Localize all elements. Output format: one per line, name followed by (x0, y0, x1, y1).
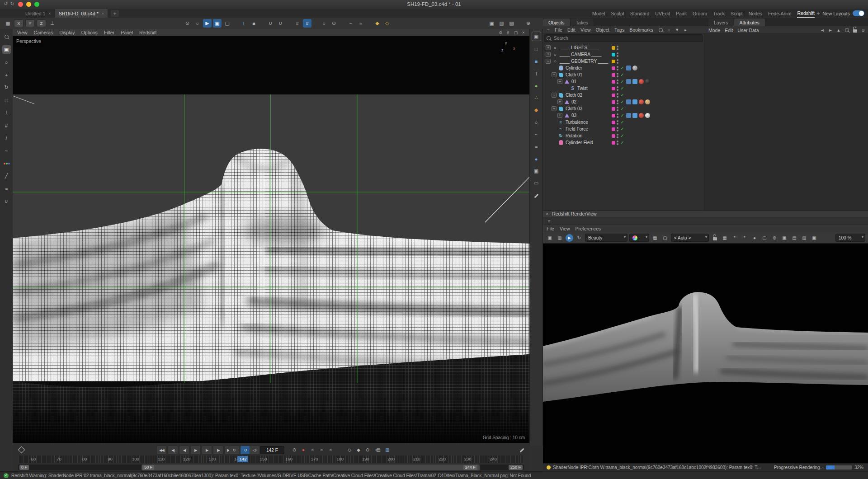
document-tab-active[interactable]: SH19-FD_03.c4d * × (55, 9, 108, 18)
viewport-grid-icon[interactable]: # (505, 29, 511, 36)
visibility-dots-icon[interactable] (617, 52, 618, 57)
simulation-stage-icon[interactable]: ▣ (213, 19, 222, 28)
snap-settings-icon[interactable]: ∪ (276, 19, 285, 28)
enabled-check-icon[interactable]: ✓ (620, 99, 625, 104)
om-search-icon[interactable] (658, 27, 664, 33)
om-menu-object[interactable]: Object (596, 27, 609, 33)
visibility-dots-icon[interactable] (617, 120, 618, 125)
layout-tab-fede-anim[interactable]: Fede-Anim (768, 9, 791, 18)
scale-tool-icon[interactable]: □ (2, 96, 11, 104)
tab-objects[interactable]: Objects (543, 19, 571, 26)
capsule-icon[interactable]: ▢ (223, 19, 231, 28)
axis-tool-icon[interactable]: ⊥ (2, 108, 11, 117)
prev-frame-button[interactable]: ◀ (179, 446, 189, 455)
rs-red-tag[interactable] (639, 99, 644, 104)
tree-item-cloth-03[interactable]: −Cloth 03✓ (543, 105, 704, 112)
enabled-check-icon[interactable]: ✓ (620, 106, 625, 111)
region-render-icon[interactable]: ▢ (760, 234, 769, 242)
viewport-menu-view[interactable]: View (17, 30, 28, 35)
spline-pen-icon[interactable]: ~ (346, 19, 355, 28)
layout-tab-track[interactable]: Track (713, 9, 725, 18)
primitive-plane-icon[interactable]: □ (532, 45, 541, 53)
tree-item-twist[interactable]: STwist✓ (543, 85, 704, 92)
layout-tab-groom[interactable]: Groom (693, 9, 707, 18)
export-image-icon[interactable]: ▥ (800, 234, 808, 242)
add-layout-button[interactable]: + (816, 10, 820, 17)
play-button[interactable]: ▶ (190, 446, 201, 455)
layer-color-chip[interactable] (612, 121, 615, 124)
viewport-camera-label[interactable]: Perspective (16, 38, 41, 44)
layer-color-chip[interactable] (612, 66, 615, 70)
quantize-icon[interactable]: # (293, 19, 302, 28)
snap-magnet-icon[interactable]: ∪ (266, 19, 275, 28)
isolate-icon[interactable]: ▣ (780, 234, 788, 242)
primitive-cube-icon[interactable]: ■ (532, 57, 541, 66)
rv-menu-preferences[interactable]: Preferences (576, 226, 601, 231)
range-out-chip[interactable]: 244 F (463, 465, 477, 470)
sky-object-icon[interactable]: ● (532, 155, 541, 163)
knife-tool-icon[interactable]: ╱ (2, 172, 11, 180)
geo-tag[interactable] (632, 99, 637, 104)
next-key-button[interactable]: |▶ (213, 446, 223, 455)
lens-icon[interactable]: ○ (193, 19, 202, 28)
coordinate-system-icon[interactable]: ⊥ (48, 19, 57, 28)
tree-item-02[interactable]: +02✓ (543, 99, 704, 105)
enabled-check-icon[interactable]: ✓ (620, 140, 625, 145)
preview-range-icon[interactable]: ▥ (383, 446, 392, 454)
expand-toggle[interactable]: + (546, 52, 551, 57)
tree-item-cloth-02[interactable]: −Cloth 02✓ (543, 92, 704, 99)
layer-color-chip[interactable] (612, 141, 615, 145)
enabled-check-icon[interactable]: ✓ (620, 79, 625, 84)
object-search-field[interactable] (544, 34, 703, 42)
colorspace-dropdown[interactable] (629, 234, 649, 242)
sample-icon[interactable]: ● (750, 234, 759, 242)
renderview-canvas[interactable] (543, 244, 868, 463)
om-menu-bookmarks[interactable]: Bookmarks (629, 27, 653, 33)
visibility-dots-icon[interactable] (617, 134, 618, 138)
renderview-close-icon[interactable]: × (546, 211, 548, 216)
loop-playback-button[interactable]: ↺ (240, 446, 250, 455)
attr-menu-mode[interactable]: Mode (708, 28, 720, 33)
visibility-dots-icon[interactable] (617, 93, 618, 98)
visibility-dots-icon[interactable] (617, 59, 618, 64)
sculpt-brush-icon[interactable]: ~ (2, 146, 11, 155)
attr-lock-icon[interactable] (852, 27, 858, 33)
display-settings-icon[interactable]: ▭ (532, 179, 541, 188)
enabled-check-icon[interactable]: ✓ (620, 72, 625, 77)
text-tool-icon[interactable]: T (532, 69, 541, 78)
layer-color-chip[interactable] (612, 127, 615, 131)
visibility-dots-icon[interactable] (617, 141, 618, 145)
om-home-icon[interactable]: ⌂ (666, 27, 672, 33)
layer-color-chip[interactable] (612, 107, 615, 111)
rv-menu-file[interactable]: File (547, 226, 554, 231)
search-input[interactable] (553, 35, 700, 41)
goto-start-button[interactable]: ◀◀ (156, 446, 167, 455)
tree-item-turbulence[interactable]: ≈Turbulence✓ (543, 119, 704, 126)
tree-item-03[interactable]: +03✓ (543, 112, 704, 119)
new-layouts-toggle[interactable] (853, 10, 864, 16)
layout-tab-standard[interactable]: Standard (630, 9, 650, 18)
null-circle-icon[interactable]: ○ (320, 19, 328, 28)
target-icon[interactable]: ⊙ (330, 19, 338, 28)
document-tab-untitled[interactable]: Untitled 1 × (22, 9, 55, 18)
viewport-menu-redshift[interactable]: Redshift (139, 30, 157, 35)
spline-arc-icon[interactable]: ≈ (356, 19, 365, 28)
enabled-check-icon[interactable]: ✓ (620, 127, 625, 131)
expand-toggle[interactable]: − (552, 72, 557, 77)
layer-color-chip[interactable] (612, 134, 615, 138)
render-settings-icon[interactable]: ▤ (507, 19, 516, 28)
close-tab-icon[interactable]: × (102, 11, 104, 16)
camera-dropdown[interactable]: < Auto > (671, 234, 709, 242)
pen-tool-icon[interactable]: / (2, 134, 11, 142)
autokeying-button[interactable]: ● (299, 446, 307, 454)
om-menu-tags[interactable]: Tags (614, 27, 624, 33)
current-frame-marker[interactable]: 142 (237, 456, 248, 462)
model-pen-tool-icon[interactable]: ▣ (532, 32, 541, 41)
visibility-dots-icon[interactable] (617, 113, 618, 118)
om-menu-file[interactable]: File (555, 27, 562, 33)
lock-camera-icon[interactable] (711, 234, 719, 242)
keyframe-position-button[interactable]: ○ (308, 446, 316, 454)
pass-dropdown[interactable]: Beauty (585, 234, 627, 242)
restart-ipr-icon[interactable]: ↻ (575, 234, 583, 242)
phong-tag[interactable] (632, 66, 637, 70)
